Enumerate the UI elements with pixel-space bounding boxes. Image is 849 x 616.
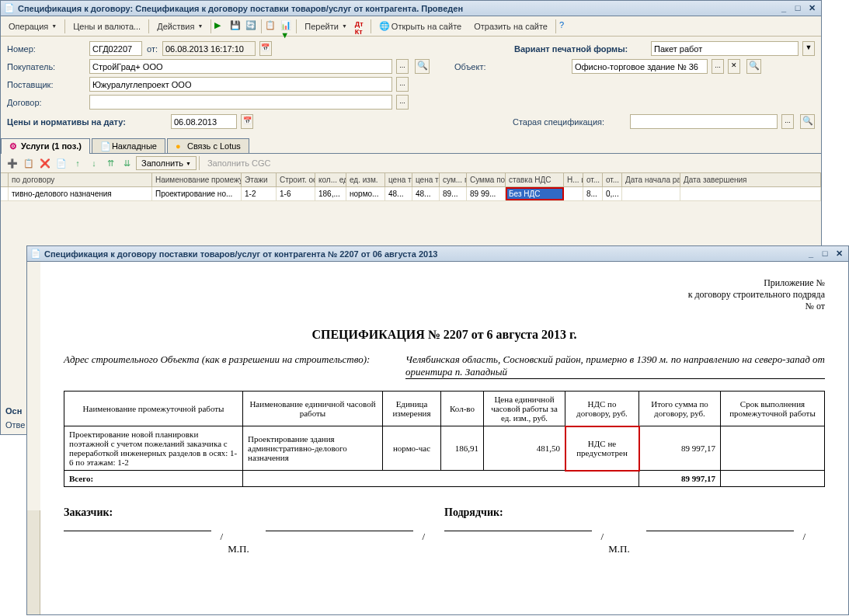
object-field[interactable]: Офисно-торговое здание № 36 — [572, 59, 708, 74]
maximize-button[interactable]: □ — [792, 3, 804, 14]
window-title-1: Спецификация к договору: Спецификация к … — [18, 4, 776, 13]
maximize-button-2[interactable]: □ — [819, 249, 831, 259]
footer-labels: Осн Отве — [5, 406, 25, 430]
supplier-field[interactable]: Южуралуглепроект ООО — [89, 77, 392, 92]
buyer-field[interactable]: СтройГрад+ ООО — [89, 59, 392, 74]
goto-menu[interactable]: Перейти▼ — [300, 20, 352, 33]
from-field[interactable]: 06.08.2013 16:17:10 — [162, 41, 256, 56]
prices-date-picker[interactable]: 📅 — [241, 114, 253, 129]
oldspec-dots[interactable]: ... — [781, 114, 794, 129]
close-button[interactable]: ✕ — [806, 3, 818, 14]
object-search[interactable]: 🔍 — [746, 59, 761, 74]
object-label: Объект: — [454, 62, 567, 71]
grid-row[interactable]: тивно-делового назначения Проектирование… — [1, 187, 821, 201]
help-icon[interactable]: ? — [559, 20, 572, 33]
ruler-left — [27, 510, 40, 614]
oldspec-label: Старая спецификация: — [513, 117, 625, 127]
buyer-search[interactable]: 🔍 — [415, 59, 430, 74]
main-toolbar: Операция▼ Цены и валюта... Действия▼ ▶ 💾… — [1, 16, 821, 37]
actions-menu[interactable]: Действия▼ — [152, 20, 207, 33]
titlebar-2: 📄 Спецификация к договору поставки товар… — [27, 246, 848, 262]
doc-icon[interactable]: 📋 — [265, 20, 277, 33]
window-print-preview: 📄 Спецификация к договору поставки товар… — [26, 245, 849, 615]
print-document: Приложение № к договору строительного по… — [40, 262, 848, 614]
operation-menu[interactable]: Операция▼ — [4, 20, 61, 33]
object-clear[interactable]: ✕ — [728, 59, 740, 74]
form-area: Номер: СГД02207 от: 06.08.2013 16:17:10 … — [1, 37, 821, 137]
supplier-label: Поставщик: — [7, 80, 85, 89]
fill-button[interactable]: Заполнить ▼ — [136, 156, 197, 170]
number-label: Номер: — [7, 44, 85, 54]
table-total-row: Всего: 89 997,17 — [64, 471, 825, 487]
table-row: Проектирование новой планировки поэтажно… — [64, 426, 825, 471]
play-icon[interactable]: ▶ — [214, 20, 227, 33]
contract-dots[interactable]: ... — [396, 95, 409, 110]
print-appendix: Приложение № к договору строительного по… — [64, 277, 825, 312]
move-down-icon[interactable]: ↓ — [87, 156, 101, 170]
save-icon[interactable]: 💾 — [230, 20, 242, 33]
window-title-2: Спецификация к договору поставки товаров… — [44, 249, 803, 259]
tab-services[interactable]: ⚙Услуги (1 поз.) — [1, 138, 90, 154]
refresh-icon[interactable]: 🔄 — [245, 20, 258, 33]
titlebar-1: 📄 Спецификация к договору: Спецификация … — [1, 1, 821, 16]
dt-icon[interactable]: ДтКт — [355, 20, 367, 33]
prices-date-label: Цены и нормативы на дату: — [7, 117, 166, 127]
signatures: Заказчик: М.П. Подрядчик: М.П. — [64, 506, 825, 555]
contract-field[interactable] — [89, 95, 392, 110]
oldspec-field[interactable] — [630, 114, 778, 129]
customer-label: Заказчик: — [64, 506, 444, 519]
fill-cgc-button: Заполнить CGC — [202, 156, 277, 170]
buyer-label: Покупатель: — [7, 62, 85, 71]
sort-asc-icon[interactable]: ⇈ — [103, 156, 117, 170]
tabs: ⚙Услуги (1 поз.) 📄Накладные ●Связь с Lot… — [1, 137, 821, 154]
delete-row-icon[interactable]: ❌ — [38, 156, 52, 170]
vat-cell-highlighted: НДС не предусмотрен — [565, 426, 639, 471]
minimize-button[interactable]: _ — [778, 3, 790, 14]
print-address: Адрес строительного Объекта (как в разре… — [64, 353, 825, 379]
prices-date-field[interactable]: 06.08.2013 — [171, 114, 237, 129]
minimize-button-2[interactable]: _ — [805, 249, 817, 259]
insert-row-icon[interactable]: 📋 — [22, 156, 36, 170]
reflect-site-button[interactable]: Отразить на сайте — [469, 20, 552, 33]
app-icon: 📄 — [4, 3, 15, 14]
variant-field[interactable]: Пакет работ — [651, 41, 799, 56]
supplier-dots[interactable]: ... — [396, 77, 409, 92]
add-row-icon[interactable]: ➕ — [5, 156, 19, 170]
tree-icon[interactable]: 📊▼ — [280, 20, 293, 33]
move-up-icon[interactable]: ↑ — [71, 156, 85, 170]
contractor-label: Подрядчик: — [444, 506, 825, 519]
close-button-2[interactable]: ✕ — [833, 249, 845, 259]
tab-overhead[interactable]: 📄Накладные — [92, 138, 165, 153]
contract-label: Договор: — [7, 98, 85, 107]
copy-row-icon[interactable]: 📄 — [54, 156, 68, 170]
object-dots[interactable]: ... — [712, 59, 724, 74]
services-grid[interactable]: по договору Наименование промежуточной Э… — [1, 173, 821, 201]
prices-button[interactable]: Цены и валюта... — [68, 20, 145, 33]
app-icon-2: 📄 — [30, 249, 41, 259]
variant-dropdown[interactable]: ▼ — [802, 41, 815, 56]
print-table: Наименование промежуточной работы Наимен… — [64, 391, 825, 487]
buyer-dots[interactable]: ... — [396, 59, 409, 74]
print-title: СПЕЦИФИКАЦИЯ № 2207 от 6 августа 2013 г. — [64, 328, 825, 342]
grid-header: по договору Наименование промежуточной Э… — [1, 173, 821, 187]
variant-label: Вариант печатной формы: — [514, 44, 646, 54]
vat-cell-selected: Без НДС — [506, 187, 564, 200]
tab-lotus[interactable]: ●Связь с Lotus — [167, 138, 249, 153]
oldspec-search[interactable]: 🔍 — [800, 114, 815, 129]
number-field[interactable]: СГД02207 — [89, 41, 142, 56]
sort-desc-icon[interactable]: ⇊ — [120, 156, 134, 170]
from-label: от: — [147, 44, 158, 54]
open-site-button[interactable]: 🌐 Открыть на сайте — [374, 19, 466, 33]
sub-toolbar: ➕ 📋 ❌ 📄 ↑ ↓ ⇈ ⇊ Заполнить ▼ Заполнить CG… — [1, 154, 821, 173]
date-picker-button[interactable]: 📅 — [259, 41, 272, 56]
